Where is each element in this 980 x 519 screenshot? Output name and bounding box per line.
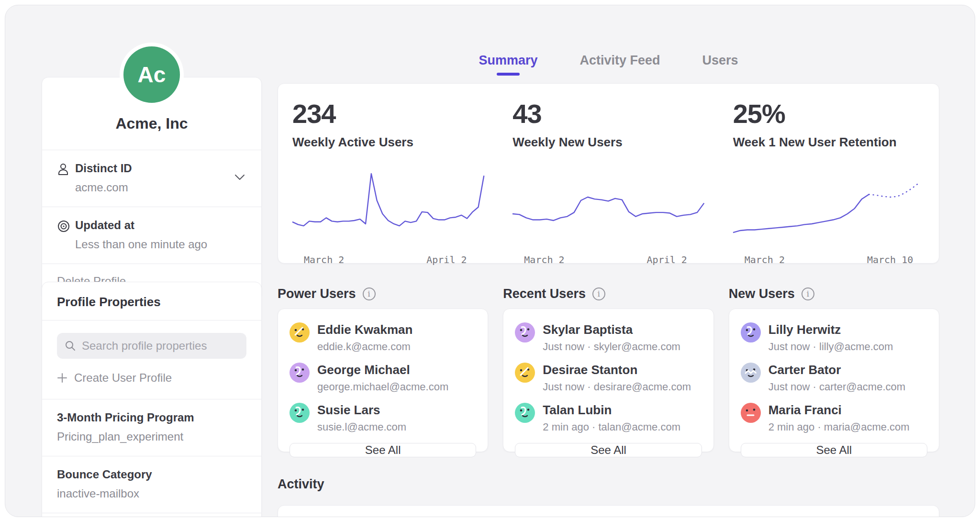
stat-label: Weekly Active Users [292, 135, 484, 150]
tab-activity-feed[interactable]: Activity Feed [579, 53, 660, 75]
user-name: Carter Bator [768, 363, 905, 377]
user-name: Eddie Kwakman [317, 322, 412, 337]
user-subtext: george.michael@acme.com [317, 381, 448, 393]
stat-label: Weekly New Users [512, 135, 704, 150]
recent-users-card: Skylar Baptista Just now · skyler@acme.c… [503, 309, 713, 452]
activity-section-title: Activity [278, 477, 939, 492]
user-avatar [290, 363, 310, 383]
stat-weekly-active-users: 234 Weekly Active Users March 2 April 2 [278, 84, 498, 265]
tab-bar: Summary Activity Feed Users [278, 53, 939, 75]
see-all-button[interactable]: See All [290, 443, 476, 457]
x-tick: April 2 [426, 254, 467, 265]
activity-card: 234 240 3.4k [278, 505, 939, 517]
plus-icon [57, 373, 67, 383]
info-icon[interactable]: i [802, 287, 814, 300]
user-name: Talan Lubin [543, 403, 680, 418]
stat-weekly-new-users: 43 Weekly New Users March 2 April 2 [498, 84, 718, 265]
user-avatar [515, 322, 535, 342]
user-row[interactable]: George Michael george.michael@acme.com [290, 363, 476, 393]
tab-users[interactable]: Users [702, 53, 738, 75]
property-name: 3-Month Pricing Program [57, 411, 246, 424]
stat-value: 234 [292, 98, 484, 129]
distinct-id-value: acme.com [75, 181, 232, 194]
property-row: 3-Month Pricing Program Pricing_plan_exp… [42, 399, 261, 456]
user-subtext: 2 min ago · maria@acme.com [768, 421, 910, 433]
user-avatar [741, 363, 761, 383]
section-new-users: New Users i Lilly Herwitz Just now · lil… [729, 286, 939, 452]
updated-at-label: Updated at [75, 219, 248, 232]
x-tick: March 2 [304, 254, 344, 265]
section-recent-users: Recent Users i Skylar Baptista Just now … [503, 286, 713, 452]
distinct-id-label: Distinct ID [75, 162, 232, 175]
see-all-button[interactable]: See All [741, 443, 927, 457]
user-name: Susie Lars [317, 403, 406, 418]
user-name: Lilly Herwitz [768, 322, 893, 337]
eye-icon [57, 219, 75, 251]
search-input[interactable] [82, 339, 239, 353]
search-profile-properties[interactable] [57, 333, 246, 359]
user-subtext: 2 min ago · talan@acme.com [543, 421, 680, 433]
user-avatar [515, 403, 535, 423]
user-avatar [290, 322, 310, 342]
person-icon [57, 162, 75, 194]
summary-stats-card: 234 Weekly Active Users March 2 April 2 … [278, 83, 939, 264]
updated-at-value: Less than one minute ago [75, 238, 248, 251]
stat-value: 43 [512, 98, 704, 129]
user-avatar [290, 403, 310, 423]
property-value: Pricing_plan_experiment [57, 430, 246, 443]
x-tick: March 2 [745, 254, 785, 265]
create-user-profile-button[interactable]: Create User Profile [57, 371, 246, 385]
stat-label: Week 1 New User Retention [733, 135, 924, 150]
user-avatar [515, 363, 535, 383]
x-axis: March 2 April 2 [292, 254, 484, 265]
user-row[interactable]: Maria Franci 2 min ago · maria@acme.com [741, 403, 927, 433]
user-subtext: susie.l@acme.com [317, 421, 406, 433]
user-subtext: eddie.k@acme.com [317, 341, 412, 353]
user-row[interactable]: Desirae Stanton Just now · desirare@acme… [515, 363, 702, 393]
activity-stat: 3.4k [733, 513, 924, 517]
distinct-id-row: Distinct ID acme.com [42, 150, 261, 207]
search-icon [65, 340, 76, 352]
user-row[interactable]: Lilly Herwitz Just now · lilly@acme.com [741, 322, 927, 353]
property-name: Bounce Category [57, 468, 246, 481]
profile-properties-card: Profile Properties Create User Profile 3… [42, 282, 262, 517]
user-name: George Michael [317, 363, 448, 377]
user-subtext: Just now · lilly@acme.com [768, 341, 893, 353]
user-sections: Power Users i Eddie Kwakman eddie.k@acme… [278, 286, 939, 452]
property-row: Browser Chrome [42, 513, 261, 517]
user-row[interactable]: Susie Lars susie.l@acme.com [290, 403, 476, 433]
user-row[interactable]: Skylar Baptista Just now · skyler@acme.c… [515, 322, 702, 353]
company-avatar: Ac [120, 43, 184, 107]
profile-properties-title: Profile Properties [42, 282, 261, 320]
power-users-card: Eddie Kwakman eddie.k@acme.com George Mi… [278, 309, 488, 452]
chevron-down-icon[interactable] [232, 171, 248, 185]
stat-week1-retention: 25% Week 1 New User Retention March 2 Ma… [719, 84, 939, 265]
user-row[interactable]: Eddie Kwakman eddie.k@acme.com [290, 322, 476, 353]
activity-stat: 234 [292, 513, 484, 517]
line-chart [733, 171, 924, 243]
profile-card: Acme, Inc Distinct ID acme.com [42, 77, 262, 301]
x-axis: March 2 March 10 [733, 254, 924, 265]
x-tick: March 2 [524, 254, 564, 265]
section-title: New Users [729, 287, 795, 301]
user-name: Desirae Stanton [543, 363, 691, 377]
user-row[interactable]: Carter Bator Just now · carter@acme.com [741, 363, 927, 393]
property-row: Bounce Category inactive-mailbox [42, 456, 261, 513]
info-icon[interactable]: i [592, 287, 605, 300]
tab-summary[interactable]: Summary [479, 53, 537, 75]
user-subtext: Just now · skyler@acme.com [543, 341, 680, 353]
x-tick: March 10 [867, 254, 913, 265]
x-axis: March 2 April 2 [512, 254, 704, 265]
line-chart [292, 171, 484, 243]
user-avatar [741, 403, 761, 423]
line-chart [512, 171, 704, 243]
activity-stat: 240 [512, 513, 704, 517]
divider [42, 320, 261, 320]
user-row[interactable]: Talan Lubin 2 min ago · talan@acme.com [515, 403, 702, 433]
property-value: inactive-mailbox [57, 487, 246, 500]
section-title: Power Users [278, 287, 356, 301]
app-panel: Ac Acme, Inc Distinct ID acme.com [5, 5, 975, 517]
info-icon[interactable]: i [363, 287, 376, 300]
see-all-button[interactable]: See All [515, 443, 702, 457]
create-user-profile-label: Create User Profile [74, 371, 172, 385]
